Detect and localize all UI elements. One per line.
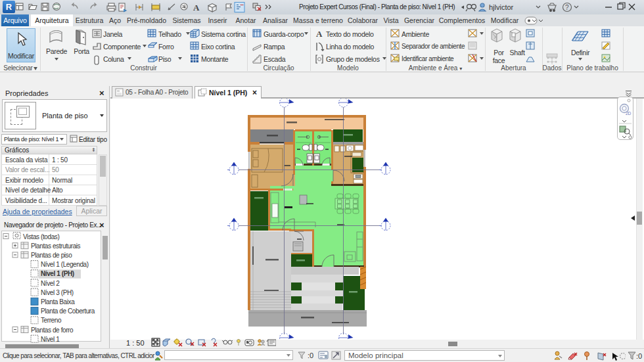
- svg-text:2D: 2D: [626, 111, 632, 116]
- svg-text:Nível de detalhe: Nível de detalhe: [5, 187, 51, 194]
- svg-text:A: A: [193, 3, 200, 12]
- svg-text:Exibir modelo: Exibir modelo: [5, 177, 44, 184]
- svg-text:Vistas (todas): Vistas (todas): [23, 233, 59, 240]
- svg-text:A: A: [316, 29, 323, 39]
- svg-text:Normal: Normal: [52, 177, 72, 184]
- svg-text:hjlvictor: hjlvictor: [489, 3, 514, 11]
- svg-text:Planta Baixa: Planta Baixa: [41, 298, 75, 305]
- svg-text:Visibilidade d...: Visibilidade d...: [5, 197, 47, 204]
- svg-text:1 : 50: 1 : 50: [52, 156, 68, 164]
- svg-text:Planta de Cobertura: Planta de Cobertura: [41, 307, 95, 315]
- svg-text:Plantas estruturais: Plantas estruturais: [31, 242, 81, 250]
- svg-text:Nível 1: Nível 1: [41, 336, 60, 343]
- svg-text:50: 50: [52, 166, 59, 173]
- svg-text:Nível 2: Nível 2: [41, 280, 60, 287]
- svg-text:Valor de escal...: Valor de escal...: [5, 166, 50, 173]
- svg-text:?: ?: [565, 4, 569, 11]
- svg-text:Plantas de piso: Plantas de piso: [31, 252, 72, 259]
- svg-text:Plantas de forro: Plantas de forro: [31, 327, 74, 334]
- svg-text:Nível 1 (Legenda): Nível 1 (Legenda): [41, 261, 89, 268]
- svg-text:Alto: Alto: [52, 187, 63, 194]
- svg-text:Escala da vista: Escala da vista: [5, 156, 48, 164]
- svg-text:Terreno: Terreno: [41, 317, 62, 324]
- svg-text:Nível 3 (PH): Nível 3 (PH): [41, 289, 74, 296]
- svg-text:Nível 1 (PH): Nível 1 (PH): [41, 270, 74, 277]
- svg-text:Mostrar original: Mostrar original: [52, 197, 95, 204]
